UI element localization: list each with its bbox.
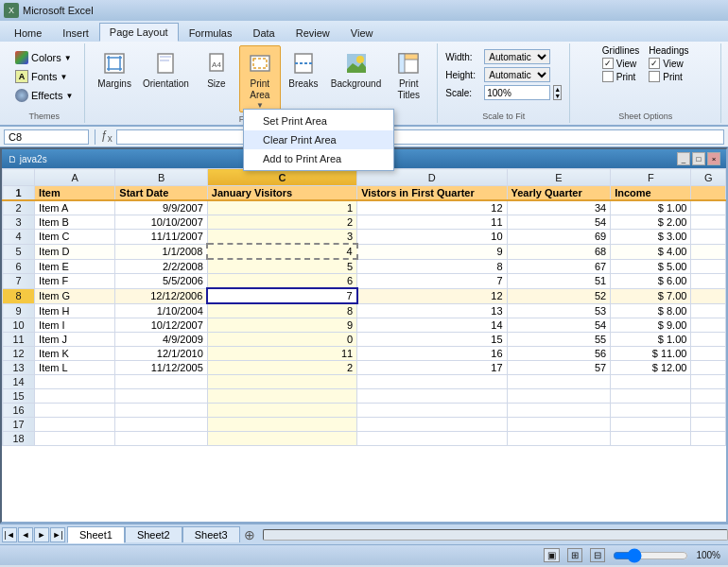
cell-g1[interactable] bbox=[691, 186, 726, 201]
cell-b10[interactable]: 10/12/2007 bbox=[115, 318, 207, 333]
col-header-b[interactable]: B bbox=[115, 169, 207, 186]
tab-formulas[interactable]: Formulas bbox=[179, 24, 243, 42]
orientation-button[interactable]: Orientation bbox=[138, 45, 194, 93]
cell-d1[interactable]: Vistors in First Quarter bbox=[357, 186, 507, 201]
cell-d4[interactable]: 10 bbox=[357, 230, 507, 245]
cell-c14[interactable] bbox=[207, 375, 356, 389]
cell-d10[interactable]: 14 bbox=[357, 318, 507, 333]
function-icon[interactable]: ƒx bbox=[101, 129, 113, 144]
cell-g14[interactable] bbox=[691, 375, 726, 389]
cell-e15[interactable] bbox=[507, 389, 611, 404]
cell-c10[interactable]: 9 bbox=[207, 318, 356, 333]
gridlines-print-check[interactable]: Print bbox=[602, 71, 639, 82]
row-header-18[interactable]: 18 bbox=[3, 432, 35, 446]
cell-b9[interactable]: 1/10/2004 bbox=[115, 303, 207, 318]
cell-b8[interactable]: 12/12/2006 bbox=[115, 288, 207, 303]
cell-a4[interactable]: Item C bbox=[35, 230, 115, 245]
cell-d7[interactable]: 7 bbox=[357, 274, 507, 289]
cell-c2[interactable]: 1 bbox=[207, 200, 356, 215]
cell-e9[interactable]: 53 bbox=[507, 303, 611, 318]
cell-d16[interactable] bbox=[357, 404, 507, 418]
cell-b7[interactable]: 5/5/2006 bbox=[115, 274, 207, 289]
cell-b13[interactable]: 11/12/2005 bbox=[115, 361, 207, 375]
cell-f9[interactable]: $ 8.00 bbox=[611, 303, 691, 318]
sheet-nav-next[interactable]: ► bbox=[34, 527, 49, 542]
gridlines-print-checkbox[interactable] bbox=[602, 71, 614, 82]
tab-insert[interactable]: Insert bbox=[52, 24, 99, 42]
normal-view-icon[interactable]: ▣ bbox=[544, 548, 560, 562]
cell-f2[interactable]: $ 1.00 bbox=[611, 200, 691, 215]
scale-spinner[interactable]: ▲▼ bbox=[553, 85, 562, 100]
cell-a10[interactable]: Item I bbox=[35, 318, 115, 333]
row-header-2[interactable]: 2 bbox=[3, 200, 35, 215]
cell-c12[interactable]: 11 bbox=[207, 347, 356, 361]
cell-d17[interactable] bbox=[357, 418, 507, 432]
cell-g5[interactable] bbox=[691, 244, 726, 259]
cell-b2[interactable]: 9/9/2007 bbox=[115, 200, 207, 215]
cell-d5[interactable]: 9 bbox=[357, 244, 507, 259]
page-layout-view-icon[interactable]: ⊞ bbox=[567, 548, 582, 562]
cell-g3[interactable] bbox=[691, 215, 726, 230]
cell-e7[interactable]: 51 bbox=[507, 274, 611, 289]
headings-view-check[interactable]: View bbox=[649, 58, 688, 69]
cell-f14[interactable] bbox=[611, 375, 691, 389]
cell-g8[interactable] bbox=[691, 288, 726, 303]
cell-b12[interactable]: 12/1/2010 bbox=[115, 347, 207, 361]
cell-g9[interactable] bbox=[691, 303, 726, 318]
cell-d12[interactable]: 16 bbox=[357, 347, 507, 361]
col-header-e[interactable]: E bbox=[507, 169, 611, 186]
col-header-f[interactable]: F bbox=[611, 169, 691, 186]
size-button[interactable]: A4 Size bbox=[196, 45, 237, 93]
cell-a14[interactable] bbox=[35, 375, 115, 389]
cell-f6[interactable]: $ 5.00 bbox=[611, 259, 691, 274]
cell-c15[interactable] bbox=[207, 389, 356, 404]
cell-f16[interactable] bbox=[611, 404, 691, 418]
cell-f13[interactable]: $ 12.00 bbox=[611, 361, 691, 375]
cell-c8[interactable]: 7 bbox=[207, 288, 356, 303]
row-header-5[interactable]: 5 bbox=[3, 244, 35, 259]
cell-b18[interactable] bbox=[115, 432, 207, 446]
cell-e13[interactable]: 57 bbox=[507, 361, 611, 375]
sheet-nav-last[interactable]: ►| bbox=[50, 527, 65, 542]
row-header-13[interactable]: 13 bbox=[3, 361, 35, 375]
cell-b14[interactable] bbox=[115, 375, 207, 389]
headings-print-check[interactable]: Print bbox=[649, 71, 688, 82]
headings-print-checkbox[interactable] bbox=[649, 71, 660, 82]
cell-c16[interactable] bbox=[207, 404, 356, 418]
cell-a3[interactable]: Item B bbox=[35, 215, 115, 230]
height-dropdown[interactable]: Automatic bbox=[484, 67, 550, 82]
close-button[interactable]: × bbox=[707, 152, 720, 165]
cell-d14[interactable] bbox=[357, 375, 507, 389]
cell-g17[interactable] bbox=[691, 418, 726, 432]
cell-e11[interactable]: 55 bbox=[507, 333, 611, 347]
row-header-11[interactable]: 11 bbox=[3, 333, 35, 347]
cell-e1[interactable]: Yearly Quarter bbox=[507, 186, 611, 201]
cell-f7[interactable]: $ 6.00 bbox=[611, 274, 691, 289]
cell-g7[interactable] bbox=[691, 274, 726, 289]
background-button[interactable]: Background bbox=[326, 45, 386, 93]
cell-d2[interactable]: 12 bbox=[357, 200, 507, 215]
cell-b17[interactable] bbox=[115, 418, 207, 432]
zoom-slider[interactable] bbox=[613, 548, 688, 563]
cell-c11[interactable]: 0 bbox=[207, 333, 356, 347]
cell-f1[interactable]: Income bbox=[611, 186, 691, 201]
set-print-area-item[interactable]: Set Print Area bbox=[244, 112, 393, 130]
cell-g6[interactable] bbox=[691, 259, 726, 274]
sheet-tab-1[interactable]: Sheet1 bbox=[67, 526, 125, 543]
cell-c17[interactable] bbox=[207, 418, 356, 432]
cell-a17[interactable] bbox=[35, 418, 115, 432]
cell-e4[interactable]: 69 bbox=[507, 230, 611, 245]
margins-button[interactable]: Margins bbox=[93, 45, 136, 93]
sheet-tab-2[interactable]: Sheet2 bbox=[125, 526, 182, 542]
cell-d6[interactable]: 8 bbox=[357, 259, 507, 274]
cell-a1[interactable]: Item bbox=[35, 186, 115, 201]
gridlines-view-check[interactable]: View bbox=[602, 58, 639, 69]
horizontal-scrollbar[interactable] bbox=[263, 529, 728, 541]
cell-a2[interactable]: Item A bbox=[35, 200, 115, 215]
col-header-a[interactable]: A bbox=[35, 169, 115, 186]
clear-print-area-item[interactable]: Clear Print Area bbox=[244, 130, 393, 149]
col-header-d[interactable]: D bbox=[357, 169, 507, 186]
row-header-1[interactable]: 1 bbox=[3, 186, 35, 201]
cell-b5[interactable]: 1/1/2008 bbox=[115, 244, 207, 259]
cell-e14[interactable] bbox=[507, 375, 611, 389]
